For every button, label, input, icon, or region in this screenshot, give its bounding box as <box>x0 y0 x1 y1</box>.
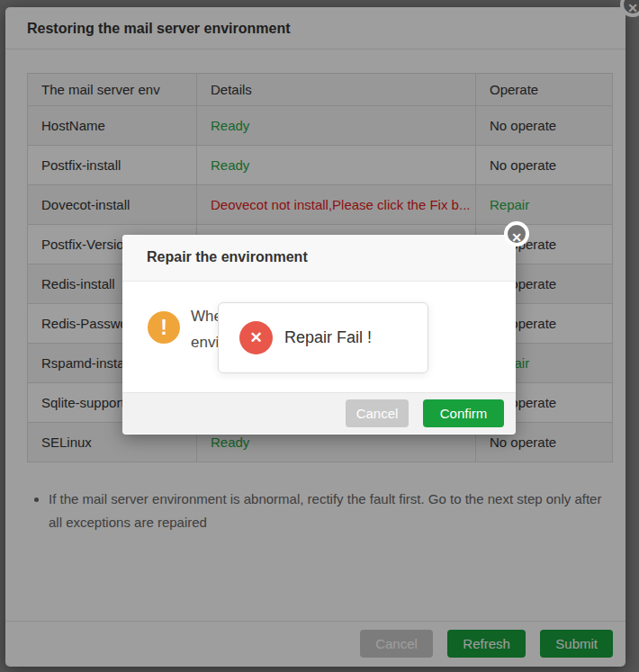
warning-icon: ! <box>148 311 180 344</box>
error-icon: ✕ <box>239 321 273 354</box>
repair-dialog-title: Repair the environment <box>122 235 516 282</box>
close-icon[interactable]: ✕ <box>504 221 529 246</box>
cancel-button[interactable]: Cancel <box>346 399 409 427</box>
confirm-button[interactable]: Confirm <box>423 399 504 427</box>
repair-dialog-footer: Cancel Confirm <box>122 392 516 434</box>
toast-message: Repair Fail ! <box>284 328 372 347</box>
repair-fail-toast: ✕ Repair Fail ! <box>218 302 428 373</box>
close-x-glyph: ✕ <box>511 230 522 245</box>
